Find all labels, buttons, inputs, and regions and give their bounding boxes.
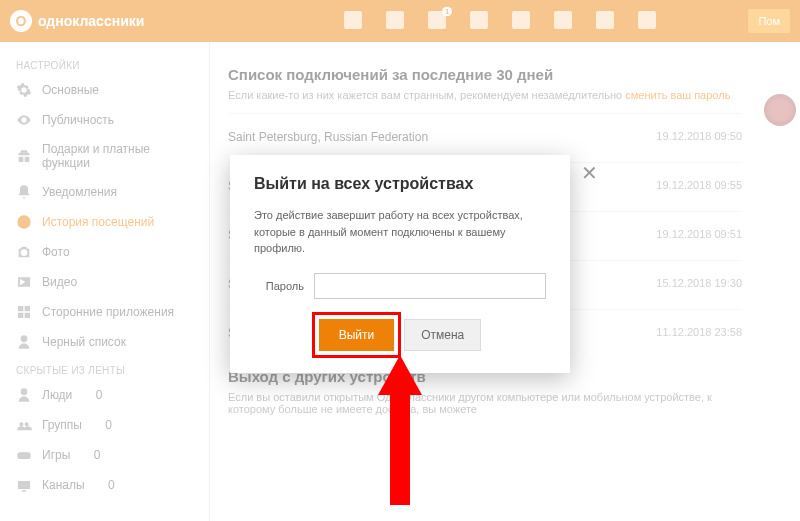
modal-description: Это действие завершит работу на всех уст…	[254, 207, 546, 257]
svg-rect-0	[390, 395, 410, 505]
cancel-button[interactable]: Отмена	[404, 319, 481, 351]
modal-title: Выйти на всех устройствах	[254, 175, 546, 193]
logout-all-modal: ✕ Выйти на всех устройствах Это действие…	[230, 155, 570, 373]
password-label: Пароль	[254, 280, 304, 292]
submit-button[interactable]: Выйти	[319, 319, 395, 351]
annotation-arrow	[370, 355, 430, 505]
close-icon[interactable]: ✕	[581, 161, 598, 185]
password-input[interactable]	[314, 273, 546, 299]
